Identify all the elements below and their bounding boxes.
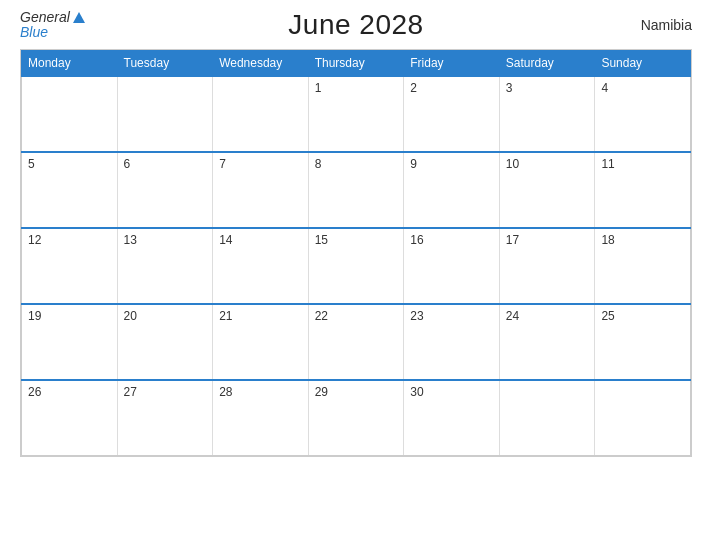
day-number: 17: [506, 233, 519, 247]
country-label: Namibia: [641, 17, 692, 33]
calendar-table: MondayTuesdayWednesdayThursdayFridaySatu…: [21, 50, 691, 457]
day-number: 26: [28, 385, 41, 399]
calendar-day: [499, 380, 595, 456]
day-number: 5: [28, 157, 35, 171]
day-number: 7: [219, 157, 226, 171]
calendar-day: 11: [595, 152, 691, 228]
calendar-day: 3: [499, 76, 595, 152]
calendar-day: 2: [404, 76, 500, 152]
day-number: 12: [28, 233, 41, 247]
calendar-day: 17: [499, 228, 595, 304]
day-number: 18: [601, 233, 614, 247]
day-number: 30: [410, 385, 423, 399]
day-number: 29: [315, 385, 328, 399]
calendar-week-1: 1234: [22, 76, 691, 152]
calendar-week-2: 567891011: [22, 152, 691, 228]
calendar-day: 14: [213, 228, 309, 304]
day-number: 3: [506, 81, 513, 95]
day-number: 28: [219, 385, 232, 399]
calendar-day: [213, 76, 309, 152]
calendar-day: 18: [595, 228, 691, 304]
calendar-day: 30: [404, 380, 500, 456]
day-number: 25: [601, 309, 614, 323]
day-number: 9: [410, 157, 417, 171]
weekday-header-saturday: Saturday: [499, 50, 595, 76]
calendar-day: 23: [404, 304, 500, 380]
day-number: 10: [506, 157, 519, 171]
weekday-header-thursday: Thursday: [308, 50, 404, 76]
calendar-week-5: 2627282930: [22, 380, 691, 456]
weekday-header-friday: Friday: [404, 50, 500, 76]
weekday-header-wednesday: Wednesday: [213, 50, 309, 76]
calendar-day: [117, 76, 213, 152]
day-number: 6: [124, 157, 131, 171]
calendar-header-row: MondayTuesdayWednesdayThursdayFridaySatu…: [22, 50, 691, 76]
day-number: 16: [410, 233, 423, 247]
day-number: 8: [315, 157, 322, 171]
calendar-day: 24: [499, 304, 595, 380]
calendar-week-4: 19202122232425: [22, 304, 691, 380]
calendar-wrapper: MondayTuesdayWednesdayThursdayFridaySatu…: [20, 49, 692, 458]
day-number: 24: [506, 309, 519, 323]
calendar-day: [22, 76, 118, 152]
calendar-day: 13: [117, 228, 213, 304]
day-number: 20: [124, 309, 137, 323]
calendar-title: June 2028: [288, 9, 423, 41]
weekday-header-sunday: Sunday: [595, 50, 691, 76]
day-number: 1: [315, 81, 322, 95]
day-number: 23: [410, 309, 423, 323]
day-number: 21: [219, 309, 232, 323]
calendar-day: 27: [117, 380, 213, 456]
calendar-day: 28: [213, 380, 309, 456]
calendar-day: 21: [213, 304, 309, 380]
weekday-header-monday: Monday: [22, 50, 118, 76]
day-number: 19: [28, 309, 41, 323]
calendar-week-3: 12131415161718: [22, 228, 691, 304]
calendar-day: 7: [213, 152, 309, 228]
calendar-day: 9: [404, 152, 500, 228]
calendar-day: 6: [117, 152, 213, 228]
calendar-day: [595, 380, 691, 456]
calendar-day: 4: [595, 76, 691, 152]
calendar-day: 16: [404, 228, 500, 304]
calendar-day: 1: [308, 76, 404, 152]
calendar-day: 25: [595, 304, 691, 380]
day-number: 14: [219, 233, 232, 247]
calendar-day: 12: [22, 228, 118, 304]
calendar-header: GeneralBlue June 2028 Namibia: [20, 10, 692, 41]
calendar-body: 1234567891011121314151617181920212223242…: [22, 76, 691, 456]
calendar-day: 26: [22, 380, 118, 456]
day-number: 13: [124, 233, 137, 247]
day-number: 4: [601, 81, 608, 95]
day-number: 22: [315, 309, 328, 323]
calendar-day: 10: [499, 152, 595, 228]
calendar-day: 15: [308, 228, 404, 304]
day-number: 15: [315, 233, 328, 247]
calendar-day: 20: [117, 304, 213, 380]
calendar-day: 19: [22, 304, 118, 380]
calendar-day: 5: [22, 152, 118, 228]
calendar-day: 29: [308, 380, 404, 456]
logo: GeneralBlue: [20, 10, 85, 41]
weekday-header-tuesday: Tuesday: [117, 50, 213, 76]
day-number: 27: [124, 385, 137, 399]
day-number: 2: [410, 81, 417, 95]
day-number: 11: [601, 157, 614, 171]
calendar-day: 8: [308, 152, 404, 228]
calendar-day: 22: [308, 304, 404, 380]
